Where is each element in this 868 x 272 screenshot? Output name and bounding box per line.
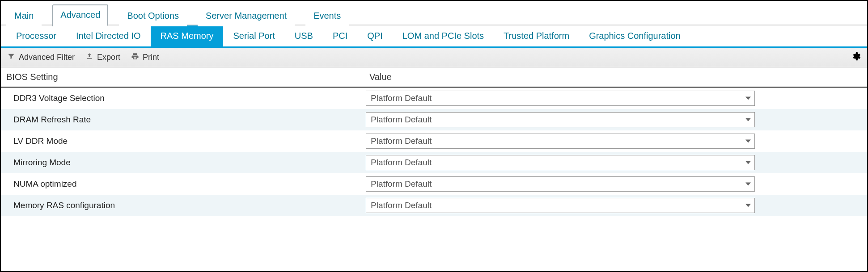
- subtab-lom-pcie-slots[interactable]: LOM and PCIe Slots: [393, 25, 494, 46]
- tab-main[interactable]: Main: [6, 5, 42, 26]
- select-value: Platform Default: [371, 179, 432, 189]
- setting-label: DRAM Refresh Rate: [13, 115, 366, 125]
- settings-rows: DDR3 Voltage Selection Platform Default …: [1, 88, 867, 216]
- chevron-down-icon: [745, 97, 751, 100]
- subtab-label: Serial Port: [233, 31, 275, 41]
- top-tab-bar: Main Advanced Boot Options Server Manage…: [1, 1, 867, 25]
- value-select[interactable]: Platform Default: [366, 176, 755, 192]
- setting-label: LV DDR Mode: [13, 136, 366, 146]
- table-row: DDR3 Voltage Selection Platform Default: [1, 88, 867, 109]
- subtab-pci[interactable]: PCI: [323, 25, 357, 46]
- select-value: Platform Default: [371, 201, 432, 210]
- select-value: Platform Default: [371, 136, 432, 146]
- subtab-label: RAS Memory: [161, 31, 214, 41]
- subtab-label: Trusted Platform: [504, 31, 569, 41]
- setting-label: NUMA optimized: [13, 179, 366, 189]
- select-value: Platform Default: [371, 158, 432, 167]
- bios-config-panel: Main Advanced Boot Options Server Manage…: [0, 0, 868, 272]
- setting-label: DDR3 Voltage Selection: [13, 93, 366, 103]
- sub-tab-bar: Processor Intel Directed IO RAS Memory S…: [1, 25, 867, 48]
- subtab-label: Processor: [16, 31, 56, 41]
- value-select[interactable]: Platform Default: [366, 198, 755, 213]
- chevron-down-icon: [745, 118, 751, 121]
- table-row: NUMA optimized Platform Default: [1, 173, 867, 195]
- subtab-intel-directed-io[interactable]: Intel Directed IO: [66, 25, 151, 46]
- export-button[interactable]: Export: [85, 52, 120, 63]
- tab-label: Server Management: [206, 11, 287, 21]
- tab-label: Advanced: [60, 10, 100, 20]
- table-row: DRAM Refresh Rate Platform Default: [1, 109, 867, 130]
- advanced-filter-label: Advanced Filter: [19, 53, 75, 62]
- print-button[interactable]: Print: [131, 52, 159, 63]
- settings-button[interactable]: [851, 51, 861, 63]
- table-toolbar: Advanced Filter Export Print: [1, 48, 867, 67]
- subtab-processor[interactable]: Processor: [6, 25, 66, 46]
- table-row: Memory RAS configuration Platform Defaul…: [1, 195, 867, 216]
- table-row: Mirroring Mode Platform Default: [1, 152, 867, 173]
- column-header-setting[interactable]: BIOS Setting: [4, 72, 367, 82]
- subtab-ras-memory[interactable]: RAS Memory: [151, 25, 224, 46]
- subtab-trusted-platform[interactable]: Trusted Platform: [494, 25, 579, 46]
- chevron-down-icon: [745, 140, 751, 143]
- value-select[interactable]: Platform Default: [366, 112, 755, 127]
- setting-label: Mirroring Mode: [13, 158, 366, 167]
- tab-label: Main: [14, 11, 34, 21]
- subtab-graphics-configuration[interactable]: Graphics Configuration: [579, 25, 690, 46]
- subtab-label: QPI: [367, 31, 382, 41]
- subtab-serial-port[interactable]: Serial Port: [223, 25, 284, 46]
- setting-label: Memory RAS configuration: [13, 201, 366, 210]
- tab-advanced[interactable]: Advanced: [52, 4, 108, 26]
- select-value: Platform Default: [371, 115, 432, 125]
- print-label: Print: [143, 53, 159, 62]
- chevron-down-icon: [745, 204, 751, 207]
- tab-server-management[interactable]: Server Management: [198, 5, 295, 26]
- subtab-label: Graphics Configuration: [589, 31, 681, 41]
- subtab-usb[interactable]: USB: [285, 25, 323, 46]
- tab-label: Boot Options: [127, 11, 179, 21]
- select-value: Platform Default: [371, 93, 432, 103]
- value-select[interactable]: Platform Default: [366, 155, 755, 170]
- value-select[interactable]: Platform Default: [366, 134, 755, 149]
- table-row: LV DDR Mode Platform Default: [1, 130, 867, 152]
- subtab-qpi[interactable]: QPI: [357, 25, 392, 46]
- subtab-label: LOM and PCIe Slots: [402, 31, 484, 41]
- upload-icon: [85, 52, 93, 63]
- advanced-filter-button[interactable]: Advanced Filter: [7, 52, 75, 63]
- chevron-down-icon: [745, 161, 751, 164]
- subtab-label: PCI: [333, 31, 347, 41]
- tab-boot-options[interactable]: Boot Options: [119, 5, 187, 26]
- export-label: Export: [97, 53, 120, 62]
- column-header-value[interactable]: Value: [367, 72, 864, 82]
- tab-events[interactable]: Events: [305, 5, 349, 26]
- filter-icon: [7, 52, 15, 63]
- column-headers: BIOS Setting Value: [1, 67, 867, 88]
- tab-label: Events: [313, 11, 341, 21]
- gear-icon: [851, 54, 861, 63]
- subtab-label: USB: [295, 31, 313, 41]
- subtab-label: Intel Directed IO: [76, 31, 141, 41]
- value-select[interactable]: Platform Default: [366, 91, 755, 106]
- print-icon: [131, 52, 139, 63]
- chevron-down-icon: [745, 183, 751, 186]
